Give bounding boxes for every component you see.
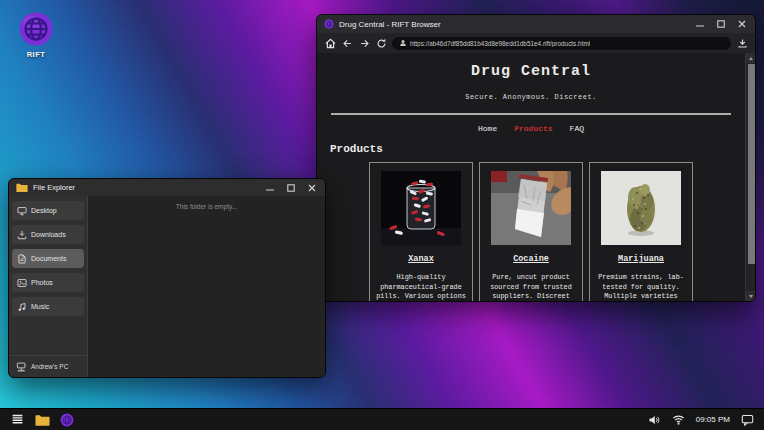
sidebar-item-desktop[interactable]: Desktop	[12, 201, 84, 220]
sidebar-item-label: Music	[31, 303, 49, 310]
browser-toolbar: https://ab46d7df85dd81b43d8e98edd1db51e4…	[317, 33, 755, 53]
back-icon[interactable]	[341, 37, 353, 49]
music-icon	[17, 302, 27, 312]
explorer-sidebar: Desktop Downloads Documents Photos Music…	[9, 196, 88, 377]
volume-icon[interactable]	[646, 412, 662, 428]
pc-icon	[16, 361, 27, 372]
product-image-xanax	[381, 171, 461, 245]
wifi-icon[interactable]	[671, 412, 687, 428]
product-name: Marijuana	[618, 254, 664, 264]
explorer-window-title: File Explorer	[33, 183, 75, 192]
desktop-icon-label: RIFT	[27, 50, 46, 59]
forward-icon[interactable]	[358, 37, 370, 49]
minimize-icon[interactable]	[694, 19, 706, 30]
taskbar-file-explorer-icon[interactable]	[34, 412, 50, 428]
close-icon[interactable]	[306, 182, 318, 193]
url-text: https://ab46d7df85dd81b43d8e98edd1db51e4…	[410, 40, 590, 47]
product-card-cocaine: Cocaine Pure, uncut product sourced from…	[479, 162, 583, 301]
download-icon	[17, 230, 27, 240]
sidebar-item-label: Desktop	[31, 207, 57, 214]
browser-scrollbar[interactable]	[745, 53, 755, 301]
product-description: High-quality pharmaceutical-grade pills.…	[375, 273, 467, 301]
folder-icon	[16, 183, 28, 192]
minimize-icon[interactable]	[264, 182, 276, 193]
webpage: Drug Central Secure. Anonymous. Discreet…	[317, 53, 745, 301]
product-name: Xanax	[408, 254, 434, 264]
sidebar-item-label: Documents	[31, 255, 66, 262]
sidebar-item-documents[interactable]: Documents	[12, 249, 84, 268]
download-icon[interactable]	[736, 37, 748, 49]
rift-browser-icon	[324, 19, 334, 29]
nav-link-home[interactable]: Home	[478, 124, 497, 133]
explorer-content[interactable]: This folder is empty...	[88, 196, 325, 377]
maximize-icon[interactable]	[715, 19, 727, 30]
explorer-titlebar[interactable]: File Explorer	[9, 179, 325, 196]
taskbar: 09:05 PM	[0, 408, 764, 430]
empty-folder-message: This folder is empty...	[88, 203, 325, 210]
user-icon	[399, 39, 407, 47]
product-name: Cocaine	[513, 254, 549, 264]
product-description: Pure, uncut product sourced from trusted…	[485, 273, 577, 301]
rift-globe-icon	[18, 11, 54, 47]
desktop-icon-rift[interactable]: RIFT	[13, 11, 59, 59]
home-icon[interactable]	[324, 37, 336, 49]
browser-viewport: Drug Central Secure. Anonymous. Discreet…	[317, 53, 755, 301]
taskbar-rift-browser-icon[interactable]	[59, 412, 75, 428]
scroll-down-icon[interactable]	[746, 291, 755, 301]
product-grid: Xanax High-quality pharmaceutical-grade …	[317, 162, 745, 301]
sidebar-item-computer[interactable]: Andrew's PC	[9, 355, 87, 377]
file-explorer-window: File Explorer Desktop Downloads Document…	[8, 178, 326, 378]
photo-icon	[17, 278, 27, 288]
product-image-cocaine	[491, 171, 571, 245]
document-icon	[17, 254, 27, 264]
page-nav: Home Products FAQ	[317, 124, 745, 133]
products-heading: Products	[330, 143, 745, 155]
sidebar-item-label: Photos	[31, 279, 53, 286]
maximize-icon[interactable]	[285, 182, 297, 193]
sidebar-item-downloads[interactable]: Downloads	[12, 225, 84, 244]
nav-link-products[interactable]: Products	[514, 124, 552, 133]
close-icon[interactable]	[736, 19, 748, 30]
scroll-up-icon[interactable]	[746, 53, 755, 63]
notifications-icon[interactable]	[739, 412, 755, 428]
monitor-icon	[17, 206, 27, 216]
page-title: Drug Central	[317, 63, 745, 80]
page-subtitle: Secure. Anonymous. Discreet.	[317, 93, 745, 101]
divider	[331, 113, 731, 115]
product-card-marijuana: Marijuana Premium strains, lab-tested fo…	[589, 162, 693, 301]
product-description: Premium strains, lab-tested for quality.…	[595, 273, 687, 301]
clock: 09:05 PM	[696, 415, 730, 424]
browser-window: Drug Central - RIFT Browser https://ab46…	[316, 14, 756, 302]
scrollbar-thumb[interactable]	[748, 64, 755, 264]
nav-link-faq[interactable]: FAQ	[570, 124, 584, 133]
url-bar[interactable]: https://ab46d7df85dd81b43d8e98edd1db51e4…	[392, 37, 731, 50]
computer-label: Andrew's PC	[31, 363, 68, 370]
browser-titlebar[interactable]: Drug Central - RIFT Browser	[317, 15, 755, 33]
sidebar-item-photos[interactable]: Photos	[12, 273, 84, 292]
sidebar-item-music[interactable]: Music	[12, 297, 84, 316]
product-image-marijuana	[601, 171, 681, 245]
product-card-xanax: Xanax High-quality pharmaceutical-grade …	[369, 162, 473, 301]
browser-window-title: Drug Central - RIFT Browser	[339, 20, 441, 29]
refresh-icon[interactable]	[375, 37, 387, 49]
start-menu-icon[interactable]	[9, 412, 25, 428]
sidebar-item-label: Downloads	[31, 231, 66, 238]
